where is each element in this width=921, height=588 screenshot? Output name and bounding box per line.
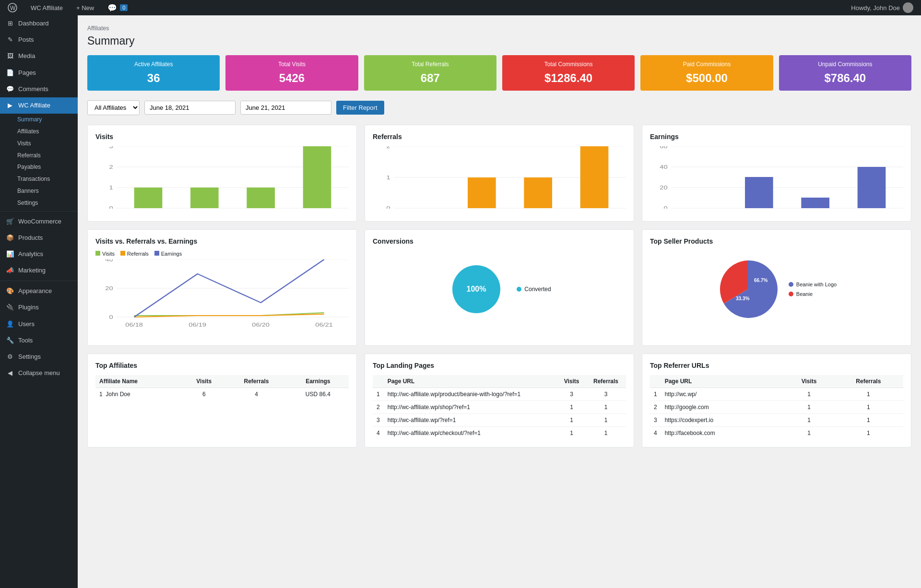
submenu-summary[interactable]: Summary: [13, 114, 78, 126]
th-referrer-visits: Visits: [785, 375, 834, 388]
card-paid-label: Paid Commissions: [648, 61, 765, 68]
sidebar-item-analytics[interactable]: 📊 Analytics: [0, 246, 78, 262]
sidebar-item-users[interactable]: 👤 Users: [0, 316, 78, 332]
charts-row-1: Visits 3 2 1 0: [87, 125, 911, 222]
sidebar-item-media[interactable]: 🖼 Media: [0, 48, 78, 64]
submenu-transactions[interactable]: Transactions: [13, 173, 78, 185]
card-unpaid-value: $786.40: [787, 71, 904, 85]
table-row: 4 http://facebook.com 1 1: [650, 427, 903, 440]
sidebar-label-tools: Tools: [18, 336, 33, 345]
adminbar-comments[interactable]: 💬 0: [105, 0, 130, 15]
th-landing-num: [373, 375, 384, 388]
sidebar-item-pages[interactable]: 📄 Pages: [0, 65, 78, 81]
submenu-banners[interactable]: Banners: [13, 185, 78, 197]
sidebar-item-products[interactable]: 📦 Products: [0, 230, 78, 246]
sidebar-label-appearance: Appearance: [18, 287, 52, 295]
legend-beanie: Beanie: [796, 291, 813, 297]
breadcrumb-affiliates: Affiliates: [87, 25, 109, 32]
filter-report-button[interactable]: Filter Report: [336, 101, 384, 115]
table-row: 1 http://wc-affiliate.wp/product/beanie-…: [373, 388, 626, 401]
sidebar-item-appearance[interactable]: 🎨 Appearance: [0, 283, 78, 299]
submenu-settings[interactable]: Settings: [13, 197, 78, 209]
submenu-affiliates[interactable]: Affiliates: [13, 126, 78, 138]
sidebar-label-dashboard: Dashboard: [18, 19, 49, 28]
referrer-url-1: http://wc.wp/: [661, 388, 785, 401]
sidebar-item-woocommerce[interactable]: 🛒 WooCommerce: [0, 213, 78, 230]
comment-count: 0: [120, 4, 128, 11]
adminbar-new[interactable]: + New: [73, 0, 97, 15]
sidebar-label-plugins: Plugins: [18, 303, 39, 312]
top-seller-legend: Beanie with Logo Beanie: [789, 282, 837, 297]
referrer-url-4: http://facebook.com: [661, 427, 785, 440]
landing-url-4: http://wc-affiliate.wp/checkout/?ref=1: [384, 427, 557, 440]
visits-chart-title: Visits: [95, 133, 349, 141]
top-affiliates-table: Affiliate Name Visits Referrals Earnings…: [95, 375, 349, 400]
landing-num-3: 3: [373, 414, 384, 427]
submenu-summary-label: Summary: [17, 116, 42, 124]
top-affiliates-title: Top Affiliates: [95, 362, 349, 369]
submenu-payables[interactable]: Payables: [13, 161, 78, 173]
affiliate-earnings: USD 86.4: [287, 388, 349, 401]
landing-visits-2: 1: [557, 401, 586, 414]
sidebar-item-wc-affiliate[interactable]: ▶ WC Affiliate: [0, 97, 78, 114]
sidebar-item-marketing[interactable]: 📣 Marketing: [0, 262, 78, 279]
sidebar-item-plugins[interactable]: 🔌 Plugins: [0, 299, 78, 316]
sidebar-item-comments[interactable]: 💬 Comments: [0, 81, 78, 97]
referrer-visits-1: 1: [785, 388, 834, 401]
svg-text:40: 40: [660, 165, 667, 170]
affiliate-referrals: 4: [225, 388, 287, 401]
top-landing-panel: Top Landing Pages Page URL Visits Referr…: [365, 353, 634, 447]
landing-referrals-2: 1: [586, 401, 626, 414]
landing-visits-4: 1: [557, 427, 586, 440]
svg-rect-10: [134, 188, 163, 208]
sidebar-item-posts[interactable]: ✎ Posts: [0, 32, 78, 48]
card-total-comm-label: Total Commissions: [510, 61, 627, 68]
combined-chart-panel: Visits vs. Referrals vs. Earnings Visits…: [87, 229, 357, 346]
card-visits-label: Total Visits: [233, 61, 350, 68]
th-landing-referrals: Referrals: [586, 375, 626, 388]
tables-row: Top Affiliates Affiliate Name Visits Ref…: [87, 353, 911, 447]
converted-label: Converted: [524, 286, 551, 293]
sidebar-appearance-section: 🎨 Appearance 🔌 Plugins 👤 Users 🔧 Tools ⚙…: [0, 281, 78, 365]
submenu-referrals[interactable]: Referrals: [13, 150, 78, 162]
svg-text:66.7%: 66.7%: [754, 278, 768, 283]
sidebar-label-settings: Settings: [18, 353, 41, 361]
sidebar-label-products: Products: [18, 234, 43, 242]
table-row: 2 http://wc-affiliate.wp/shop/?ref=1 1 1: [373, 401, 626, 414]
adminbar-user[interactable]: Howdy, John Doe: [848, 0, 916, 15]
sidebar-label-users: Users: [18, 320, 35, 329]
submenu-visits[interactable]: Visits: [13, 138, 78, 150]
collapse-menu[interactable]: ◀ Collapse menu: [0, 365, 78, 381]
conversions-content: 100% Converted: [373, 251, 626, 328]
card-unpaid-commissions: Unpaid Commissions $786.40: [779, 55, 911, 91]
adminbar-wp-logo[interactable]: W: [5, 0, 20, 15]
sidebar-item-settings[interactable]: ⚙ Settings: [0, 349, 78, 365]
sidebar-label-wc-affiliate: WC Affiliate: [18, 101, 50, 110]
svg-text:0: 0: [109, 206, 113, 209]
visits-chart-area: 3 2 1 0 06/18 06/19 06/20 06/21: [95, 146, 349, 213]
svg-text:20: 20: [660, 185, 667, 190]
top-seller-content: 66.7% 33.3% Beanie with Logo Beanie: [650, 251, 903, 328]
adminbar-site-label: WC Affiliate: [31, 4, 63, 12]
referrer-referrals-3: 1: [834, 414, 903, 427]
analytics-icon: 📊: [6, 250, 14, 259]
charts-row-2: Visits vs. Referrals vs. Earnings Visits…: [87, 229, 911, 346]
affiliate-num-name: 1 John Doe: [95, 388, 182, 401]
affiliates-filter[interactable]: All Affiliates: [87, 100, 140, 115]
th-referrer-referrals: Referrals: [834, 375, 903, 388]
referrer-referrals-1: 1: [834, 388, 903, 401]
sidebar-item-dashboard[interactable]: ⊞ Dashboard: [0, 15, 78, 32]
date-to-input[interactable]: [240, 101, 331, 115]
svg-text:1: 1: [109, 185, 113, 190]
landing-referrals-3: 1: [586, 414, 626, 427]
adminbar-site-name[interactable]: WC Affiliate: [28, 0, 66, 15]
card-paid-value: $500.00: [648, 71, 765, 85]
card-active-affiliates: Active Affiliates 36: [87, 55, 220, 91]
sidebar-label-comments: Comments: [18, 85, 48, 94]
combined-chart-title: Visits vs. Referrals vs. Earnings: [95, 237, 349, 245]
th-affiliate-name: Affiliate Name: [95, 375, 182, 388]
sidebar-item-tools[interactable]: 🔧 Tools: [0, 332, 78, 349]
date-from-input[interactable]: [144, 101, 236, 115]
card-total-visits: Total Visits 5426: [225, 55, 358, 91]
top-landing-table: Page URL Visits Referrals 1 http://wc-af…: [373, 375, 626, 439]
